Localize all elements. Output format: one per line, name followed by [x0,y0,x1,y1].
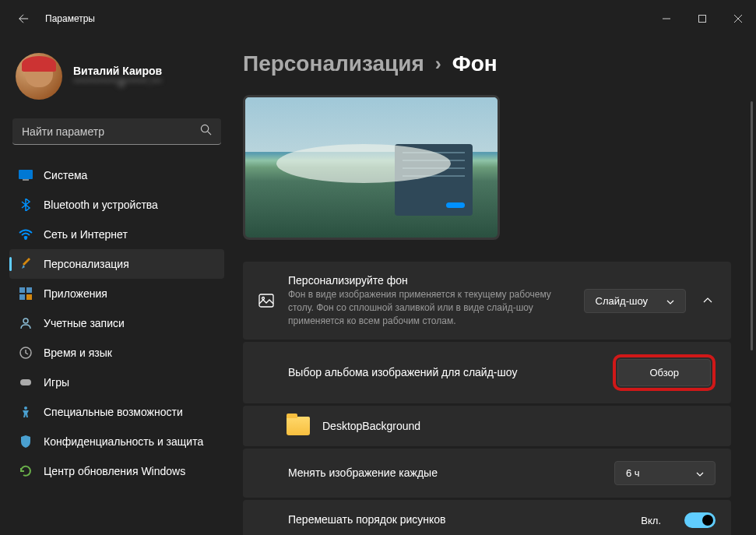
breadcrumb-parent[interactable]: Персонализация [243,51,424,76]
setting-title: Перемешать порядок рисунков [288,513,627,526]
shield-icon [19,435,33,449]
nav-accessibility[interactable]: Специальные возможности [9,397,224,427]
svg-rect-2 [19,170,33,179]
search-input[interactable] [22,125,200,138]
gamepad-icon [19,375,33,389]
system-icon [19,168,33,182]
svg-rect-7 [19,294,25,300]
svg-point-1 [201,125,208,132]
svg-rect-13 [259,294,273,307]
background-type-dropdown[interactable]: Слайд-шоу [584,289,686,313]
nav-label: Bluetooth и устройства [44,199,158,211]
close-button[interactable] [720,6,756,31]
search-box[interactable] [12,118,221,145]
svg-point-9 [23,319,28,323]
nav-label: Центр обновления Windows [44,465,185,477]
user-name: Виталий Каиров [73,65,162,77]
accessibility-icon [19,405,33,419]
nav-system[interactable]: Система [9,160,224,190]
nav-label: Учетные записи [44,317,125,329]
interval-dropdown[interactable]: 6 ч [614,461,716,485]
nav-label: Конфиденциальность и защита [44,435,203,448]
user-profile[interactable]: Виталий Каиров ************@******.*** [9,37,224,118]
nav-label: Система [44,169,87,181]
chevron-right-icon: › [435,53,441,75]
window-title: Параметры [45,13,95,24]
setting-shuffle: Перемешать порядок рисунков Вкл. [243,500,731,535]
desktop-preview [243,95,500,240]
clock-icon [19,346,33,360]
collapse-button[interactable] [700,287,716,315]
accounts-icon [19,316,33,330]
nav-personalization[interactable]: Персонализация [9,249,224,279]
highlight-annotation: Обзор [613,354,716,391]
minimize-button[interactable] [649,6,684,31]
nav-label: Персонализация [44,258,129,270]
breadcrumb: Персонализация › Фон [243,51,731,76]
selected-folder[interactable]: DesktopBackground [243,406,731,446]
avatar [16,53,62,100]
nav-privacy[interactable]: Конфиденциальность и защита [9,427,224,456]
brush-icon [19,257,33,271]
nav-label: Приложения [44,287,107,300]
maximize-button[interactable] [684,6,720,31]
scrollbar[interactable] [751,101,753,350]
setting-description: Фон в виде изображения применяется к тек… [288,288,570,327]
update-icon [19,464,33,478]
user-email: ************@******.*** [73,77,162,88]
nav-gaming[interactable]: Игры [9,368,224,397]
svg-rect-8 [26,294,32,300]
folder-name: DesktopBackground [322,420,420,432]
setting-title: Менять изображение каждые [288,466,600,479]
chevron-down-icon [696,467,704,479]
shuffle-toggle[interactable] [684,512,716,528]
svg-rect-6 [26,287,32,293]
bluetooth-icon [19,198,33,212]
svg-point-14 [262,297,265,300]
wifi-icon [19,227,33,241]
svg-rect-5 [19,287,25,293]
svg-rect-0 [699,16,706,23]
nav-accounts[interactable]: Учетные записи [9,308,224,338]
nav-bluetooth[interactable]: Bluetooth и устройства [9,190,224,220]
setting-album-select: Выбор альбома изображений для слайд-шоу … [243,342,731,403]
setting-title: Выбор альбома изображений для слайд-шоу [288,366,599,378]
nav-network[interactable]: Сеть и Интернет [9,220,224,249]
back-button[interactable] [16,11,31,26]
toggle-state-label: Вкл. [641,515,661,526]
chevron-down-icon [666,295,674,307]
nav-label: Игры [44,376,69,389]
svg-rect-11 [20,379,31,385]
apps-icon [19,287,33,301]
setting-change-interval: Менять изображение каждые 6 ч [243,449,731,498]
svg-point-12 [24,407,27,410]
svg-rect-3 [23,179,29,181]
nav-label: Сеть и Интернет [44,228,128,241]
folder-icon [287,417,310,435]
nav-time[interactable]: Время и язык [9,338,224,368]
breadcrumb-current: Фон [452,51,498,76]
nav-update[interactable]: Центр обновления Windows [9,456,224,486]
picture-icon [258,293,274,308]
search-icon [200,124,212,139]
svg-point-4 [25,238,26,239]
nav-label: Время и язык [44,347,112,359]
nav-apps[interactable]: Приложения [9,279,224,308]
browse-button[interactable]: Обзор [617,359,711,386]
nav-label: Специальные возможности [44,406,183,418]
setting-title: Персонализируйте фон [288,274,570,287]
setting-personalize-background[interactable]: Персонализируйте фон Фон в виде изображе… [243,262,731,340]
